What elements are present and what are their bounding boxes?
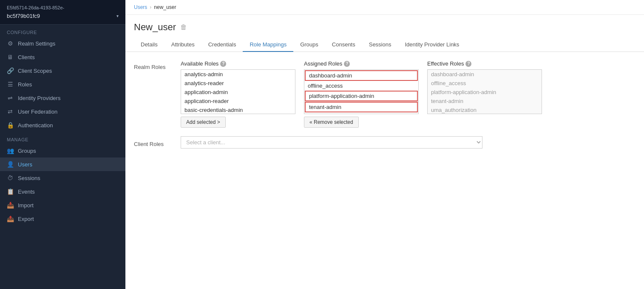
realm-roles-row: Realm Roles Available Roles ? analytics-… <box>134 60 635 128</box>
sidebar-item-import[interactable]: 📥 Import <box>0 198 125 212</box>
sidebar-item-label: Authentication <box>18 122 53 129</box>
list-item[interactable]: analytics-reader <box>181 79 295 88</box>
import-icon: 📥 <box>7 202 14 209</box>
list-item: offline_access <box>428 79 542 88</box>
client-scopes-icon: 🔗 <box>7 67 14 74</box>
list-item: platform-application-admin <box>428 88 542 97</box>
sidebar-header: E5fd5714-26da-4193-852e- bc5f79b01fc9 ▾ <box>0 0 125 25</box>
client-select-wrapper: Select a client... <box>181 136 482 149</box>
sidebar-item-export[interactable]: 📤 Export <box>0 212 125 226</box>
list-item[interactable]: offline_access <box>304 81 418 90</box>
list-item[interactable]: tenant-admin <box>305 102 418 112</box>
sidebar-item-label: Users <box>18 161 32 168</box>
list-item: dashboard-admin <box>428 70 542 79</box>
sidebar-item-sessions[interactable]: ⏱ Sessions <box>0 171 125 185</box>
page-header: New_user 🗑 <box>125 15 644 33</box>
tab-role-mappings[interactable]: Role Mappings <box>243 38 293 52</box>
roles-icon: ☰ <box>7 81 14 88</box>
list-item[interactable]: analytics-admin <box>181 70 295 79</box>
sessions-icon: ⏱ <box>7 175 14 181</box>
available-roles-label: Available Roles <box>181 60 218 67</box>
breadcrumb-current: new_user <box>154 4 176 10</box>
tab-groups[interactable]: Groups <box>293 38 325 52</box>
available-roles-listbox[interactable]: analytics-admin analytics-reader applica… <box>181 69 295 114</box>
effective-roles-column: Effective Roles ? dashboard-admin offlin… <box>427 60 542 114</box>
breadcrumb: Users › new_user <box>125 0 644 15</box>
effective-roles-label: Effective Roles <box>427 60 464 67</box>
sidebar-item-realm-settings[interactable]: ⚙ Realm Settings <box>0 37 125 50</box>
effective-roles-listbox: dashboard-admin offline_access platform-… <box>427 69 542 114</box>
assigned-roles-help-icon[interactable]: ? <box>344 61 350 67</box>
identity-providers-icon: ⇌ <box>7 94 14 101</box>
available-roles-header: Available Roles ? <box>181 60 295 67</box>
available-roles-column: Available Roles ? analytics-admin analyt… <box>181 60 295 128</box>
sidebar-item-clients[interactable]: 🖥 Clients <box>0 50 125 64</box>
effective-roles-help-icon[interactable]: ? <box>465 61 471 67</box>
client-roles-label: Client Roles <box>134 137 172 147</box>
list-item: tenant-admin <box>428 97 542 106</box>
main-content: Users › new_user New_user 🗑 Details Attr… <box>125 0 644 289</box>
sidebar-item-roles[interactable]: ☰ Roles <box>0 77 125 91</box>
add-selected-button[interactable]: Add selected > <box>181 117 226 128</box>
lock-icon: 🔒 <box>7 122 14 129</box>
manage-section-label: Manage <box>0 132 125 144</box>
sidebar: E5fd5714-26da-4193-852e- bc5f79b01fc9 ▾ … <box>0 0 125 289</box>
tab-sessions[interactable]: Sessions <box>362 38 398 52</box>
sidebar-item-authentication[interactable]: 🔒 Authentication <box>0 118 125 132</box>
realm-selector[interactable]: bc5f79b01fc9 ▾ <box>7 13 119 19</box>
breadcrumb-users-link[interactable]: Users <box>134 4 147 10</box>
assigned-roles-header: Assigned Roles ? <box>304 60 419 67</box>
sidebar-item-label: Identity Providers <box>18 95 60 101</box>
sidebar-item-user-federation[interactable]: ⇄ User Federation <box>0 105 125 118</box>
events-icon: 📋 <box>7 188 14 195</box>
sidebar-item-label: Import <box>18 202 34 209</box>
export-icon: 📤 <box>7 215 14 222</box>
client-roles-select[interactable]: Select a client... <box>181 136 482 149</box>
sidebar-item-users[interactable]: 👤 Users <box>0 157 125 171</box>
sidebar-item-groups[interactable]: 👥 Groups <box>0 144 125 157</box>
sidebar-item-label: Clients <box>18 54 35 60</box>
role-mappings-content: Realm Roles Available Roles ? analytics-… <box>125 52 644 157</box>
sidebar-item-label: Groups <box>18 148 36 154</box>
sidebar-item-label: Realm Settings <box>18 40 55 47</box>
sidebar-item-events[interactable]: 📋 Events <box>0 185 125 198</box>
chevron-down-icon: ▾ <box>116 14 119 18</box>
list-item[interactable]: application-admin <box>181 88 295 97</box>
tab-details[interactable]: Details <box>134 38 165 52</box>
gear-icon: ⚙ <box>7 40 14 47</box>
list-item: uma_authorization <box>428 106 542 114</box>
page-title: New_user <box>134 22 176 33</box>
clients-icon: 🖥 <box>7 54 14 60</box>
delete-user-icon[interactable]: 🗑 <box>180 23 187 31</box>
sidebar-item-label: User Federation <box>18 109 57 115</box>
groups-icon: 👥 <box>7 147 14 154</box>
tab-credentials[interactable]: Credentials <box>201 38 243 52</box>
list-item[interactable]: platform-application-admin <box>305 91 418 101</box>
sidebar-item-client-scopes[interactable]: 🔗 Client Scopes <box>0 64 125 77</box>
tab-identity-provider-links[interactable]: Identity Provider Links <box>398 38 466 52</box>
list-item[interactable]: application-reader <box>181 97 295 106</box>
realm-id: E5fd5714-26da-4193-852e- <box>7 5 119 10</box>
configure-section-label: Configure <box>0 25 125 37</box>
users-icon: 👤 <box>7 161 14 168</box>
breadcrumb-separator: › <box>150 4 151 10</box>
sidebar-item-label: Roles <box>18 81 32 88</box>
tab-attributes[interactable]: Attributes <box>165 38 201 52</box>
effective-roles-header: Effective Roles ? <box>427 60 542 67</box>
remove-selected-button[interactable]: « Remove selected <box>304 117 359 128</box>
sidebar-item-label: Events <box>18 189 35 195</box>
sidebar-item-label: Client Scopes <box>18 68 52 74</box>
list-item[interactable]: uma_authorization <box>304 113 418 114</box>
realm-roles-label: Realm Roles <box>134 60 172 70</box>
list-item[interactable]: dashboard-admin <box>305 70 418 81</box>
tab-consents[interactable]: Consents <box>325 38 362 52</box>
sidebar-item-identity-providers[interactable]: ⇌ Identity Providers <box>0 91 125 105</box>
realm-name: bc5f79b01fc9 <box>7 13 40 19</box>
user-federation-icon: ⇄ <box>7 108 14 115</box>
sidebar-item-label: Export <box>18 216 34 222</box>
list-item[interactable]: basic-credentials-admin <box>181 106 295 114</box>
assigned-roles-column: Assigned Roles ? dashboard-admin offline… <box>304 60 419 128</box>
assigned-roles-listbox[interactable]: dashboard-admin offline_access platform-… <box>304 69 419 114</box>
available-roles-help-icon[interactable]: ? <box>220 61 226 67</box>
sidebar-item-label: Sessions <box>18 175 40 181</box>
